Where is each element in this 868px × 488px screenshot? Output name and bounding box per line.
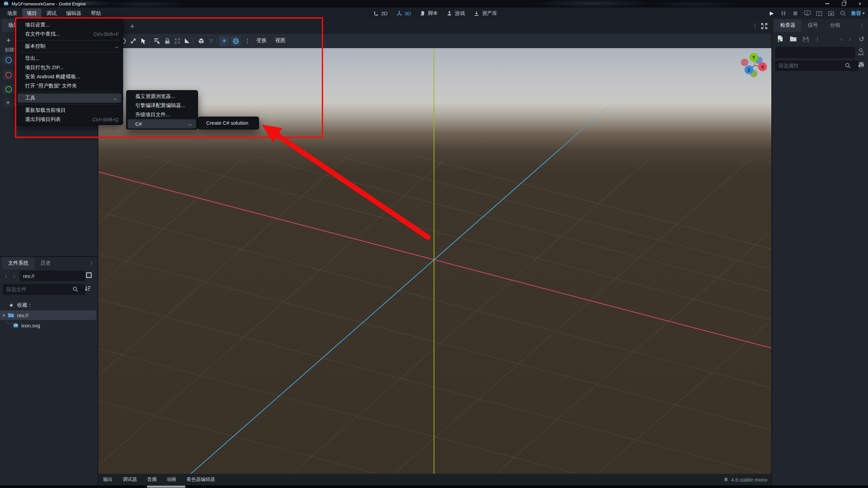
restore-button[interactable] (835, 0, 852, 7)
workspace-tab-script[interactable]: 脚本 (420, 10, 438, 17)
play-button[interactable]: ▶ (768, 9, 775, 17)
expand-viewport-icon[interactable] (761, 23, 768, 29)
stop-button[interactable] (792, 9, 799, 17)
menu-item-install-android-template[interactable]: 安装 Android 构建模板... (16, 72, 123, 81)
favorites-row: ★ 收藏： (0, 300, 98, 310)
version-label[interactable]: 4.6.stable.mono (731, 477, 767, 483)
menu-item-pack-zip[interactable]: 项目打包为 ZIP... (16, 63, 123, 72)
workspace-tab-game[interactable]: 游戏 (447, 10, 465, 17)
menu-item-reload-project[interactable]: 重新加载当前项目 (16, 106, 123, 115)
renderer-selector[interactable]: 兼容 ▾ (851, 10, 865, 17)
add-node-button[interactable]: + (4, 36, 13, 45)
history-back-icon[interactable]: ‹ (841, 35, 843, 43)
node-name-field[interactable] (775, 47, 855, 58)
viewport-3d[interactable]: Y X Z (98, 48, 771, 474)
menu-item-find-in-files[interactable]: 在文件中查找... Ctrl+Shift+F (16, 29, 123, 39)
open-docs-icon[interactable]: DOC (858, 48, 864, 56)
script-icon (420, 11, 425, 16)
dock-menu-icon[interactable]: ⋮ (859, 22, 865, 29)
version-info: 4.6.stable.mono (724, 477, 767, 483)
workspace-tab-2d[interactable]: 2D (373, 11, 388, 16)
panel-animation[interactable]: 动画 (167, 476, 176, 483)
new-resource-icon[interactable] (777, 35, 784, 43)
tree-row-icon-svg[interactable]: icon.svg (0, 321, 98, 330)
list-select-tool-icon[interactable] (152, 36, 162, 46)
panel-output[interactable]: 输出 (103, 476, 113, 483)
group-selected-icon[interactable] (172, 36, 182, 46)
viewport-grid-and-axes (98, 48, 771, 474)
preview-sunlight-toggle[interactable]: ☀ (219, 36, 229, 46)
run-scene-button[interactable] (815, 9, 823, 17)
preview-environment-toggle[interactable] (231, 36, 241, 46)
menu-item-upgrade-project-files[interactable]: 升级项目文件... (126, 110, 198, 119)
select-tool-icon[interactable] (138, 36, 149, 46)
panel-debugger[interactable]: 调试器 (123, 476, 137, 483)
object-history-icon[interactable]: ↺ (859, 35, 864, 43)
menu-item-csharp[interactable]: C# → (128, 119, 196, 128)
menu-scene[interactable]: 场景 (3, 8, 22, 18)
use-local-space-icon[interactable]: ∵ (206, 36, 216, 46)
tab-filesystem[interactable]: 文件系统 (2, 257, 35, 270)
close-button[interactable]: × (852, 0, 868, 7)
resource-extra-menu-icon[interactable]: ⋮ (815, 36, 820, 42)
ruler-tool-icon[interactable] (182, 36, 192, 46)
menu-item-open-user-data-folder[interactable]: 打开 “用户数据” 文件夹 (16, 81, 123, 90)
godot-editor-window: MyGFrameworkGame - Godot Engine × 场景 项目 … (0, 0, 868, 488)
filter-properties-input[interactable]: 筛选属性 (775, 60, 859, 71)
panel-shader-editor[interactable]: 着色器编辑器 (186, 476, 215, 483)
path-field[interactable]: res:// (20, 270, 85, 281)
sun-environment-menu-icon[interactable]: ⋮ (242, 36, 252, 46)
notification-bell-icon[interactable] (724, 477, 728, 482)
history-forward-icon[interactable]: › (849, 35, 851, 43)
workspace-tab-assetlib[interactable]: 资产库 (474, 10, 497, 17)
panel-audio[interactable]: 音频 (147, 476, 157, 483)
menu-debug[interactable]: 调试 (42, 8, 61, 18)
transform-menu[interactable]: 变换 (256, 37, 267, 44)
filter-files-input[interactable]: 筛选文件 (3, 284, 85, 295)
movie-maker-button[interactable] (839, 9, 847, 17)
view-axes-gizmo[interactable]: Y X Z (738, 50, 772, 81)
menu-editor[interactable]: 编辑器 (62, 8, 86, 18)
menu-item-create-csharp-solution[interactable]: Create C# solution (198, 118, 259, 127)
menu-item-orphan-resource-explorer[interactable]: 孤立资源浏览器... (126, 92, 198, 101)
tree-row-res[interactable]: ▾ res:// (0, 310, 96, 320)
tab-history[interactable]: 历史 (35, 257, 57, 270)
workspace-tab-3d[interactable]: 3D (396, 11, 411, 16)
plus-icon: + (5, 99, 11, 107)
pause-button[interactable] (780, 9, 787, 17)
run-project-button[interactable] (804, 9, 811, 17)
snap-mode-icon[interactable] (196, 36, 206, 46)
scale-tool-icon[interactable] (128, 36, 138, 46)
menu-item-quit-to-project-list[interactable]: 退出到项目列表 Ctrl+Shift+Q (16, 115, 123, 124)
dock-menu-icon[interactable]: ⋮ (89, 260, 94, 267)
nav-back-icon[interactable]: ‹ (3, 271, 9, 281)
menu-item-version-control[interactable]: 版本控制 → (16, 42, 123, 51)
view-menu[interactable]: 视图 (275, 37, 285, 44)
lock-selected-icon[interactable] (162, 36, 172, 46)
tab-groups[interactable]: 分组 (824, 19, 846, 32)
tools-submenu-popup: 孤立资源浏览器... 引擎编译配置编辑器... 升级项目文件... C# → (126, 90, 198, 129)
scene-tabs-menu-icon[interactable]: ⋮ (752, 23, 758, 30)
sort-icon[interactable] (85, 285, 92, 291)
save-resource-icon[interactable] (803, 36, 809, 42)
menu-item-engine-compile-config[interactable]: 引擎编译配置编辑器... (126, 101, 198, 110)
new-scene-tab-button[interactable]: + (128, 22, 136, 30)
tree-collapse-icon[interactable]: ▾ (3, 313, 5, 318)
property-tools-icon[interactable] (858, 62, 864, 68)
menu-item-project-settings[interactable]: 项目设置... (16, 20, 123, 29)
movie-maker-icon (840, 10, 846, 16)
menu-help[interactable]: 帮助 (86, 8, 105, 18)
inspector-dock-tabs: 检查器 信号 分组 ⋮ (772, 19, 868, 32)
menu-project[interactable]: 项目 (22, 8, 41, 18)
tab-signals[interactable]: 信号 (802, 19, 824, 32)
menu-item-tools[interactable]: 工具 → (18, 94, 121, 103)
load-resource-folder-icon[interactable] (790, 36, 797, 42)
taskbar-peek-segment (147, 486, 185, 488)
split-view-icon[interactable] (85, 272, 92, 279)
menu-item-export[interactable]: 导出... (16, 54, 123, 63)
nav-forward-icon[interactable]: › (11, 271, 18, 281)
run-project-icon (804, 11, 811, 16)
tab-inspector[interactable]: 检查器 (774, 19, 802, 32)
run-custom-scene-button[interactable] (827, 9, 835, 17)
minimize-button[interactable] (819, 0, 835, 7)
